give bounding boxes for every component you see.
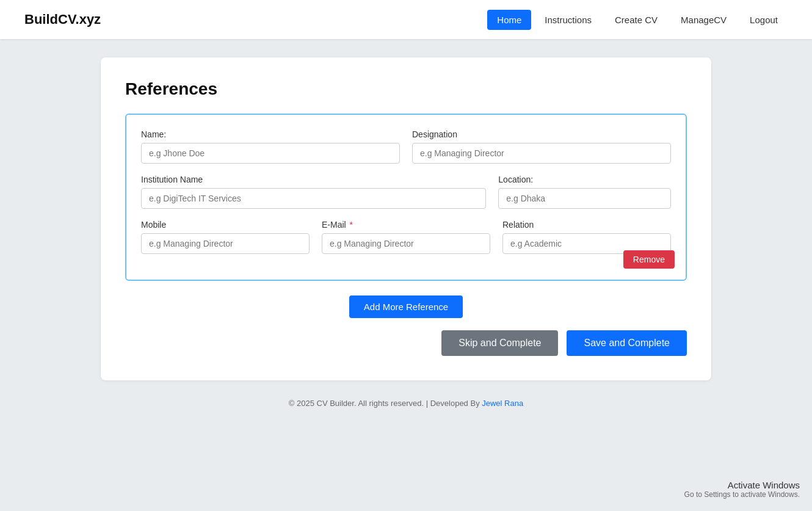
row-name-designation: Name: Designation <box>141 129 671 164</box>
mobile-label: Mobile <box>141 220 310 230</box>
add-more-section: Add More Reference <box>125 295 687 318</box>
name-label: Name: <box>141 129 400 139</box>
footer-text: © 2025 CV Builder. All rights reserved. … <box>289 399 482 408</box>
add-more-button[interactable]: Add More Reference <box>349 295 463 318</box>
developer-link[interactable]: Jewel Rana <box>482 399 523 408</box>
institution-label: Institution Name <box>141 175 486 184</box>
email-input[interactable] <box>322 233 490 254</box>
location-group: Location: <box>498 175 671 209</box>
location-input[interactable] <box>498 188 671 209</box>
nav-instructions[interactable]: Instructions <box>535 10 601 30</box>
designation-label: Designation <box>412 129 671 139</box>
skip-button[interactable]: Skip and Complete <box>441 330 558 356</box>
nav-manage-cv[interactable]: ManageCV <box>671 10 736 30</box>
email-required-marker: * <box>347 220 353 230</box>
institution-input[interactable] <box>141 188 486 209</box>
email-group: E-Mail * <box>322 220 490 254</box>
mobile-group: Mobile <box>141 220 310 254</box>
relation-group: Relation <box>502 220 671 254</box>
save-button[interactable]: Save and Complete <box>567 330 687 356</box>
email-label: E-Mail * <box>322 220 490 230</box>
institution-group: Institution Name <box>141 175 486 209</box>
mobile-input[interactable] <box>141 233 310 254</box>
nav-logout[interactable]: Logout <box>740 10 788 30</box>
location-label: Location: <box>498 175 671 184</box>
footer: © 2025 CV Builder. All rights reserved. … <box>0 399 812 420</box>
action-buttons: Skip and Complete Save and Complete <box>125 330 687 356</box>
row-institution-location: Institution Name Location: <box>141 175 671 209</box>
nav-links: Home Instructions Create CV ManageCV Log… <box>487 10 788 30</box>
designation-input[interactable] <box>412 143 671 164</box>
designation-group: Designation <box>412 129 671 164</box>
nav-home[interactable]: Home <box>487 10 531 30</box>
row-mobile-email-relation: Mobile E-Mail * Relation <box>141 220 671 254</box>
navbar: BuildCV.xyz Home Instructions Create CV … <box>0 0 812 39</box>
name-group: Name: <box>141 129 400 164</box>
reference-card: Name: Designation Institution Name Locat… <box>125 114 687 281</box>
page-title: References <box>125 79 687 99</box>
windows-activation-title: Activate Windows <box>684 480 800 490</box>
windows-activation-subtitle: Go to Settings to activate Windows. <box>684 490 800 499</box>
relation-label: Relation <box>502 220 671 230</box>
remove-button[interactable]: Remove <box>623 250 675 269</box>
brand-logo[interactable]: BuildCV.xyz <box>24 12 101 27</box>
nav-create-cv[interactable]: Create CV <box>605 10 667 30</box>
main-container: References Name: Designation Institution… <box>101 57 711 380</box>
windows-activation-overlay: Activate Windows Go to Settings to activ… <box>684 480 800 499</box>
name-input[interactable] <box>141 143 400 164</box>
